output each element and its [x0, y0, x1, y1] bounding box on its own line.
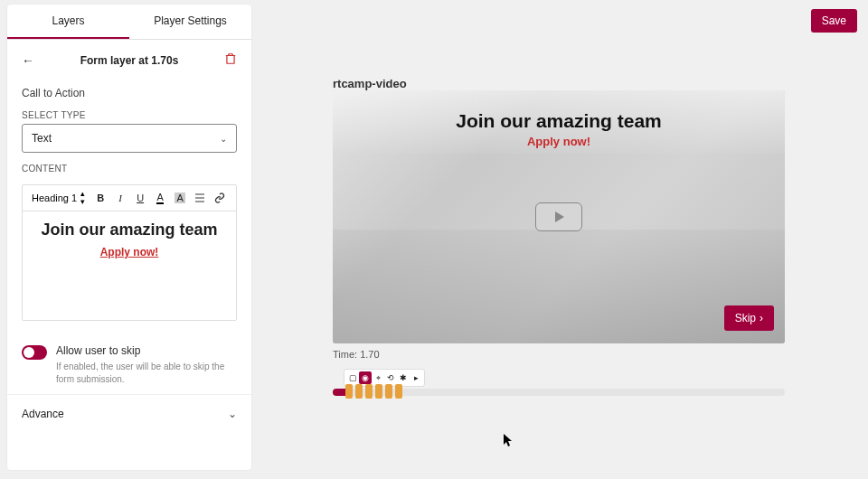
timeline-marker[interactable]: [345, 384, 353, 399]
time-label: Time: 1.70: [333, 349, 380, 360]
overlay-cta-link[interactable]: Apply now!: [527, 135, 590, 148]
editor-toolbar: Heading 1▴▾ B I U A A: [23, 185, 236, 211]
content-label: CONTENT: [7, 153, 251, 177]
editor-content-area[interactable]: Join our amazing team Apply now!: [23, 211, 236, 320]
tab-player-settings[interactable]: Player Settings: [129, 5, 251, 39]
layer-title: Form layer at 1.70s: [34, 54, 224, 67]
select-type-dropdown[interactable]: Text ⌄: [22, 124, 237, 153]
text-color-button[interactable]: A: [152, 189, 168, 207]
bold-button[interactable]: B: [92, 189, 108, 207]
embed-layer-icon[interactable]: ▸: [410, 371, 422, 384]
allow-skip-label: Allow user to skip: [56, 344, 237, 357]
link-button[interactable]: [212, 189, 228, 207]
timeline-marker[interactable]: [365, 384, 373, 399]
layer-header: ← Form layer at 1.70s: [7, 40, 251, 81]
allow-skip-description: If enabled, the user will be able to ski…: [56, 361, 237, 385]
timeline-marker[interactable]: [355, 384, 363, 399]
delete-layer-button[interactable]: [224, 52, 237, 69]
tab-layers[interactable]: Layers: [7, 5, 129, 39]
skip-label: Skip: [735, 312, 756, 324]
video-preview: Join our amazing team Apply now! Skip ›: [333, 90, 785, 343]
select-type-value: Text: [32, 132, 52, 145]
highlight-button[interactable]: A: [172, 189, 188, 207]
arrow-layer-icon[interactable]: ⟲: [384, 371, 397, 384]
editor-cta-link: Apply now!: [100, 246, 159, 258]
timeline-marker[interactable]: [395, 384, 402, 399]
chevron-down-icon: ⌄: [220, 134, 227, 144]
advance-section[interactable]: Advance ⌄: [7, 394, 251, 433]
timeline-track[interactable]: [333, 389, 785, 396]
editor-headline: Join our amazing team: [30, 221, 229, 240]
advance-label: Advance: [22, 408, 64, 420]
video-title: rtcamp-video: [333, 77, 407, 90]
heading-selector[interactable]: Heading 1▴▾: [28, 189, 89, 207]
sidebar-panel: Layers Player Settings ← Form layer at 1…: [7, 5, 251, 470]
skip-button[interactable]: Skip ›: [724, 305, 774, 331]
play-button[interactable]: [535, 202, 582, 231]
italic-button[interactable]: I: [112, 189, 128, 207]
underline-button[interactable]: U: [132, 189, 148, 207]
timeline-marker[interactable]: [385, 384, 392, 399]
overlay-headline: Join our amazing team: [333, 110, 785, 132]
timeline-marker[interactable]: [375, 384, 382, 399]
chevron-down-icon: ⌄: [228, 408, 237, 420]
chevron-right-icon: ›: [760, 312, 763, 324]
content-editor: Heading 1▴▾ B I U A A Join our amazing t…: [22, 184, 237, 321]
save-button[interactable]: Save: [811, 9, 857, 33]
video-overlay: Join our amazing team Apply now!: [333, 110, 785, 149]
back-arrow-icon[interactable]: ←: [22, 53, 34, 68]
allow-skip-row: Allow user to skip If enabled, the user …: [7, 335, 251, 394]
image-layer-icon[interactable]: ▢: [346, 371, 359, 384]
form-layer-icon[interactable]: ◉: [359, 371, 372, 384]
align-button[interactable]: [192, 189, 208, 207]
mouse-cursor-icon: [504, 434, 514, 452]
allow-skip-toggle[interactable]: [22, 345, 47, 360]
sidebar-tabs: Layers Player Settings: [7, 5, 251, 40]
timeline-markers: [345, 384, 402, 399]
sidebar-scroll[interactable]: Call to Action SELECT TYPE Text ⌄ CONTEN…: [7, 81, 251, 470]
select-type-label: SELECT TYPE: [7, 99, 251, 124]
cta-section-title: Call to Action: [7, 81, 251, 99]
text-layer-icon[interactable]: ⌖: [372, 371, 384, 384]
hotspot-layer-icon[interactable]: ✱: [397, 371, 410, 384]
